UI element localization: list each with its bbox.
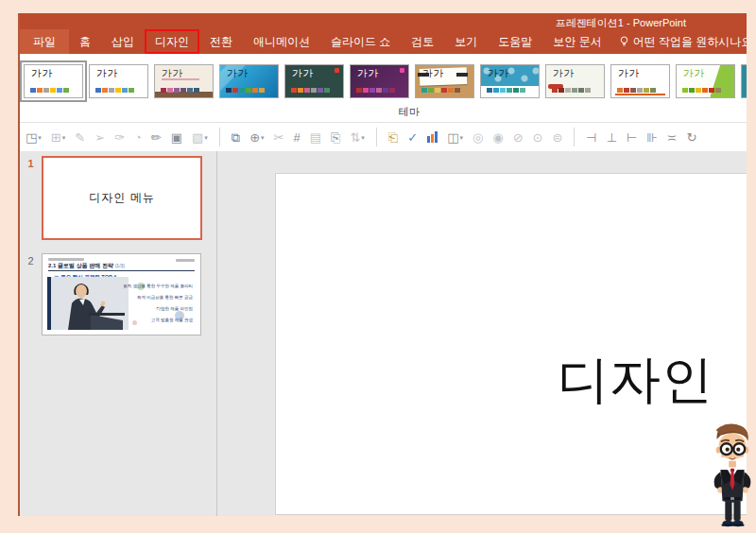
theme-color-swatches [95,88,134,93]
title-bar: 프레젠테이션1 - PowerPoint [20,13,747,29]
slide-2-title: 2.1 글로벌 상품 판매 전략 (1/3) [48,262,125,270]
window-title: 프레젠테이션1 - PowerPoint [556,16,686,30]
clipboard-paste-icon[interactable]: ⎗ [388,131,398,144]
align-bottom-icon[interactable]: ⊥ [607,131,617,144]
highlighter-icon[interactable]: ✎ [75,131,85,144]
align-right-icon[interactable]: ⊢ [627,131,637,144]
pencil-icon[interactable]: ✏ [151,131,162,144]
slide-2-bullet: 고객 맞춤형 제품 완성 [123,318,193,322]
merge-union-icon[interactable]: ◎ [472,131,483,144]
tell-me-box[interactable]: 어떤 작업을 원하시나요? [612,29,747,54]
slide-thumbnail-panel: 1 디자인 메뉴 2 2.1 글로벌 상품 판매 전략 (1/3) ≫ 주요 핵… [20,151,217,516]
slide-2-title-rule [48,270,195,271]
main-slide-title[interactable]: 디자인 [558,346,713,415]
slide-row-2: 2 2.1 글로벌 상품 판매 전략 (1/3) ≫ 주요 핵심 경쟁력 TOP… [20,253,216,335]
theme-color-swatches [356,88,395,93]
column-chart-icon[interactable] [427,131,438,143]
theme-color-swatches [291,88,330,93]
table-draw-icon[interactable]: ◫▾ [447,131,463,144]
ribbon-design-tab-panel: 가가가가가가가가가가가가가가가가가가가가가가가가 테마 [20,54,747,123]
picture-frame-icon[interactable]: ▣ [171,131,182,144]
camera-add-icon[interactable]: ⊕▾ [249,131,264,144]
duplicate-icon[interactable]: ⎘ [331,131,340,144]
theme-decoration [400,68,404,73]
tab-디자인[interactable]: 디자인 [145,29,199,54]
theme-sample-text: 가가 [292,67,314,80]
theme-dark-teal[interactable]: 가가 [284,64,344,98]
brush-icon[interactable]: ✑ [114,131,125,144]
pointer-arrow-icon[interactable]: ➢ [94,131,105,144]
slide-2-bullet: 현지 생산을 통한 우수한 제품 퀄리티 [123,284,193,288]
cartoon-businessman-character [710,421,755,532]
theme-color-swatches [226,88,265,93]
theme-color-swatches [617,88,656,93]
theme-integral-pattern[interactable]: 가가 [480,64,540,98]
slide-1-thumbnail[interactable]: 디자인 메뉴 [42,156,202,240]
shape-select-icon[interactable]: ◳▾ [26,131,42,144]
theme-gallery-paper[interactable]: 가가 [154,64,214,98]
toolbar-separator [376,128,377,146]
slide-2-corner-microtext [176,259,195,262]
merge-intersect-icon[interactable]: ⊙ [533,131,543,144]
merge-subtract-icon[interactable]: ⊜ [552,131,562,144]
align-left-icon[interactable]: ⊣ [586,131,596,144]
theme-office-white-2[interactable]: 가가 [89,64,148,98]
toolbar-separator [574,128,575,146]
theme-sample-text: 가가 [683,67,705,80]
theme-wood-type[interactable]: 가가 [415,64,474,98]
picture-icon[interactable]: ▤ [310,131,321,144]
tab-홈[interactable]: 홈 [69,29,101,54]
theme-decoration [456,73,468,77]
approve-icon[interactable]: ✓ [407,131,418,144]
merge-combine-icon[interactable]: ◉ [492,131,503,144]
theme-gallery: 가가가가가가가가가가가가가가가가가가가가가가가가 [24,64,747,98]
theme-color-swatches [161,88,199,93]
shape-style-icon[interactable]: ▧▾ [192,131,208,144]
tab-애니메이션[interactable]: 애니메이션 [243,29,320,54]
slide-2-bullet: 다양한 제품 라인업 [123,306,193,311]
tab-보기[interactable]: 보기 [444,29,488,54]
marquee-select-icon[interactable]: ⊞▾ [51,131,65,144]
slide-2-bullet: 최적 비급선을 통한 빠른 공급 [123,295,193,300]
main-slide[interactable]: 디자인 [276,174,747,514]
editing-canvas: 디자인 [217,151,747,516]
slide-monitor-icon[interactable]: ⧉ [232,131,240,144]
tab-삽입[interactable]: 삽입 [101,29,145,54]
pie-chart-icon[interactable]: ◔ [134,131,142,144]
theme-ion-purple[interactable]: 가가 [350,64,409,98]
slide-row-1: 1 디자인 메뉴 [20,156,216,240]
theme-color-swatches [30,88,69,93]
rotate-icon[interactable]: ↻ [687,131,697,144]
slide-2-photo [47,277,129,330]
theme-sample-text: 가가 [553,67,575,80]
tab-전환[interactable]: 전환 [199,29,243,54]
tab-보안 문서[interactable]: 보안 문서 [542,29,611,54]
crop-hash-icon[interactable]: # [293,131,300,144]
theme-sample-text: 가가 [488,67,509,80]
theme-facet-green[interactable]: 가가 [676,64,735,98]
align-middle-icon[interactable]: ≍ [667,131,678,144]
content-area: 1 디자인 메뉴 2 2.1 글로벌 상품 판매 전략 (1/3) ≫ 주요 핵… [20,151,747,516]
theme-sample-text: 가가 [96,67,118,80]
tab-검토[interactable]: 검토 [401,29,444,54]
theme-light-brush[interactable]: 가가 [545,64,605,98]
slide-2-bullets: 현지 생산을 통한 우수한 제품 퀄리티최적 비급선을 통한 빠른 공급다양한 … [123,284,193,329]
distribute-icon[interactable]: ⊪ [646,131,657,144]
merge-fragment-icon[interactable]: ⊘ [513,131,524,144]
tab-도움말[interactable]: 도움말 [488,29,542,54]
tab-슬라이드 쇼[interactable]: 슬라이드 쇼 [320,29,401,54]
tilt-text-icon[interactable]: ⇅▾ [350,131,364,144]
slide-2-thumbnail[interactable]: 2.1 글로벌 상품 판매 전략 (1/3) ≫ 주요 핵심 경쟁력 TOP 4 [42,253,201,335]
theme-office-white-1[interactable]: 가가 [24,64,83,98]
crop-percent-icon[interactable]: ✂ [274,131,284,144]
slide-1-number: 1 [20,156,42,240]
theme-slice-blue[interactable]: 가가 [219,64,279,98]
ribbon-group-label: 테마 [20,105,747,119]
tab-파일[interactable]: 파일 [20,29,69,54]
theme-color-swatches [682,88,721,93]
theme-teal-partial[interactable]: 가가 [741,64,747,98]
theme-white-orange[interactable]: 가가 [610,64,670,98]
presenter-photo-illustration [47,277,129,330]
theme-sample-text: 가가 [422,67,444,80]
slide-2-header-microtext [48,258,84,261]
